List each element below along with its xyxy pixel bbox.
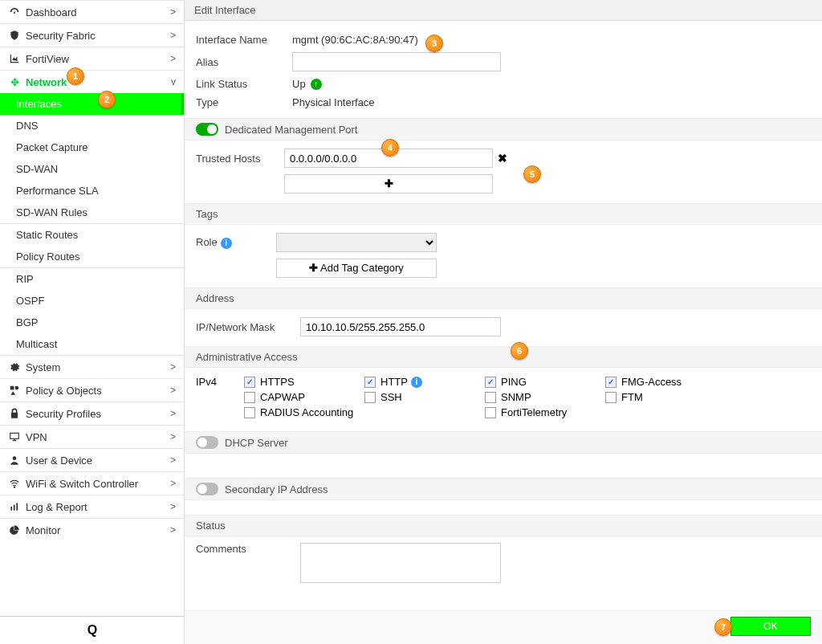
secondary-ip-toggle[interactable] [196, 483, 218, 495]
chevron-right-icon: > [170, 30, 176, 41]
gear-icon [8, 361, 21, 373]
chevron-right-icon: > [170, 408, 176, 419]
checkbox-snmp[interactable] [485, 392, 496, 403]
checkbox-capwap[interactable] [244, 392, 255, 403]
main-panel: Edit Interface Interface Name mgmt (90:6… [185, 0, 822, 644]
role-select[interactable] [276, 233, 437, 252]
sidebar-item-dns[interactable]: DNS [0, 115, 184, 137]
dedicated-label: Dedicated Management Port [225, 124, 357, 136]
checkbox-ping[interactable] [485, 377, 496, 388]
nav-dashboard[interactable]: Dashboard > [0, 0, 184, 23]
svg-rect-0 [10, 386, 14, 390]
svg-point-4 [14, 487, 14, 487]
interface-name-label: Interface Name [196, 34, 292, 46]
sidebar-item-ospf[interactable]: OSPF [0, 290, 184, 312]
shapes-icon [8, 384, 21, 397]
nav-label: User & Device [26, 454, 170, 467]
nav-fortiview[interactable]: FortiView > [0, 47, 184, 70]
tachometer-icon [8, 6, 21, 18]
nav-user-device[interactable]: User & Device> [0, 448, 184, 471]
nav-policy-objects[interactable]: Policy & Objects> [0, 378, 184, 401]
checkbox-http[interactable] [364, 377, 376, 388]
user-icon [8, 454, 21, 467]
admin-access-header: Administrative Access [185, 346, 822, 368]
comments-label: Comments [196, 543, 300, 555]
chevron-right-icon: > [170, 361, 176, 373]
alias-input[interactable] [292, 52, 501, 71]
callout-6: 6 [511, 342, 528, 360]
add-tag-category-button[interactable]: ✚ Add Tag Category [276, 259, 437, 278]
nav-security-profiles[interactable]: Security Profiles> [0, 401, 184, 425]
dedicated-toggle[interactable] [196, 123, 218, 136]
page-title: Edit Interface [185, 0, 822, 21]
nav-label: Network [26, 76, 171, 88]
trusted-hosts-label: Trusted Hosts [196, 153, 284, 165]
ip-mask-input[interactable] [300, 317, 501, 336]
arrow-up-icon: ↑ [311, 79, 322, 90]
checkbox-https[interactable] [244, 377, 255, 388]
sidebar-item-static-routes[interactable]: Static Routes [0, 223, 184, 246]
type-value: Physical Interface [292, 96, 375, 108]
checkbox-label: HTTPS [260, 376, 295, 388]
alias-label: Alias [196, 56, 292, 68]
sidebar-item-rip[interactable]: RIP [0, 267, 184, 290]
nav-label: Security Fabric [26, 30, 170, 42]
role-label: Role [196, 236, 218, 248]
info-icon[interactable]: i [411, 377, 422, 388]
shield-icon [8, 29, 21, 42]
nav-label: Monitor [26, 524, 170, 536]
checkbox-label: CAPWAP [260, 391, 305, 403]
ip-mask-label: IP/Network Mask [196, 321, 300, 333]
nav-system[interactable]: System> [0, 355, 184, 378]
nav-monitor[interactable]: Monitor> [0, 518, 184, 541]
nav-label: Log & Report [26, 501, 170, 513]
callout-7: 7 [714, 618, 732, 636]
sidebar-item-multicast[interactable]: Multicast [0, 333, 184, 355]
sidebar-item-policy-routes[interactable]: Policy Routes [0, 246, 184, 267]
remove-host-icon[interactable]: ✖ [498, 152, 507, 165]
checkbox-radius-accounting[interactable] [244, 407, 255, 418]
dhcp-toggle[interactable] [196, 436, 218, 449]
ipv4-label: IPv4 [196, 376, 244, 422]
chevron-right-icon: > [170, 6, 176, 18]
bars-icon [8, 500, 21, 513]
nav-label: System [26, 361, 170, 373]
link-status-value: Up [292, 78, 306, 90]
sidebar-item-sd-wan-rules[interactable]: SD-WAN Rules [0, 202, 184, 223]
ok-button[interactable]: OK [730, 617, 811, 636]
checkbox-label: RADIUS Accounting [260, 406, 353, 418]
checkbox-label: FTM [621, 391, 643, 403]
nav-security-fabric[interactable]: Security Fabric > [0, 23, 184, 47]
sidebar-item-interfaces[interactable]: Interfaces [0, 93, 184, 115]
chevron-right-icon: > [170, 478, 176, 489]
sidebar-item-performance-sla[interactable]: Performance SLA [0, 180, 184, 202]
callout-2: 2 [98, 91, 116, 108]
sidebar: Dashboard > Security Fabric > FortiView … [0, 0, 185, 644]
sidebar-item-sd-wan[interactable]: SD-WAN [0, 158, 184, 180]
nav-log-report[interactable]: Log & Report> [0, 495, 184, 518]
address-header: Address [185, 287, 822, 309]
chevron-right-icon: > [170, 385, 176, 396]
info-icon[interactable]: i [221, 238, 232, 249]
nav-wifi-switch-controller[interactable]: WiFi & Switch Controller> [0, 471, 184, 495]
callout-5: 5 [523, 165, 541, 183]
checkbox-fortitelemetry[interactable] [485, 407, 496, 418]
pie-icon [8, 524, 21, 536]
chevron-right-icon: > [170, 501, 176, 512]
nav-label: WiFi & Switch Controller [26, 478, 170, 490]
nav-label: Dashboard [26, 6, 170, 18]
nav-network[interactable]: ✥ Network v [0, 70, 184, 93]
svg-rect-2 [10, 433, 19, 438]
sidebar-item-packet-capture[interactable]: Packet Capture [0, 137, 184, 158]
checkbox-ssh[interactable] [364, 392, 376, 403]
dhcp-label: DHCP Server [225, 437, 288, 449]
sidebar-item-bgp[interactable]: BGP [0, 312, 184, 333]
checkbox-ftm[interactable] [605, 392, 616, 403]
chevron-right-icon: > [170, 454, 176, 466]
checkbox-fmg-access[interactable] [605, 377, 616, 388]
checkbox-label: SSH [380, 391, 402, 403]
add-host-button[interactable]: ✚ [284, 174, 493, 194]
comments-input[interactable] [300, 543, 501, 583]
search-button[interactable]: Q [0, 616, 185, 644]
nav-vpn[interactable]: VPN> [0, 425, 184, 448]
